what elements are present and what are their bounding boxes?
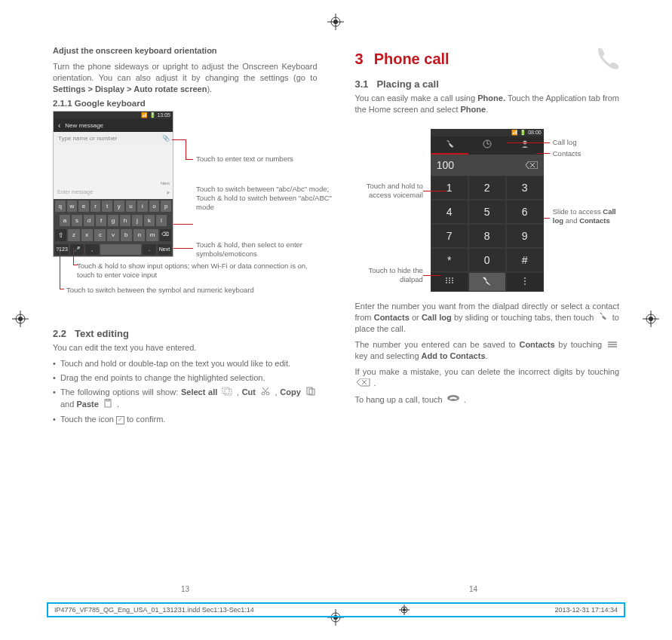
kb-key: c (94, 229, 106, 241)
p2b: by sliding or touching tabs, then touch (452, 313, 597, 322)
edit3-copy: Copy (280, 387, 301, 397)
svg-point-30 (524, 280, 526, 282)
p5a: To hang up a call, touch (355, 395, 445, 404)
send-icon: ➤ (166, 190, 170, 196)
kb-key (100, 244, 141, 255)
kb-status-bar: 📶 🔋 13:05 (54, 112, 173, 119)
chapter-num: 3 (355, 51, 364, 68)
kb-key: ⌫ (160, 229, 171, 241)
kb-next-label: Next (161, 181, 170, 185)
page-number-right: 14 (469, 585, 477, 593)
para-31-intro: You can easily make a call using Phone. … (355, 93, 620, 115)
footer-reg-icon (399, 605, 410, 615)
kb-key: k (144, 215, 155, 226)
ph-key: 9 (506, 224, 544, 248)
kb-key: m (146, 229, 158, 241)
kb-caption-text: Touch to enter text or numbers (196, 155, 339, 164)
p2or: or (410, 313, 422, 322)
svg-rect-5 (225, 389, 232, 395)
p1a: You can easily make a call using (355, 93, 478, 103)
chapter-heading: 3 Phone call (355, 45, 620, 72)
ph-key: 5 (468, 200, 506, 224)
ph-display-value: 100 (437, 159, 454, 171)
kb-caption-symbols: Touch & hold, then select to enter symbo… (196, 240, 339, 259)
registration-mark-right (643, 311, 659, 329)
heading-22-title: Text editing (75, 328, 129, 339)
p1phone2: Phone (461, 105, 486, 114)
kb-keyboard: qwertyuiop asdfghjkl ⇧zxcvbnm⌫ ?123🎤,.Ne… (54, 199, 173, 256)
ph-key: * (431, 248, 468, 272)
ph-keypad: 123456789*0# (431, 176, 544, 272)
edit-item-4: Touch the icon to confirm. (53, 414, 318, 425)
svg-point-26 (446, 282, 447, 283)
heading-31-title: Placing a call (376, 78, 438, 90)
para-save-contacts: The number you entered can be saved to C… (355, 339, 620, 362)
caption-hide: Touch to hide the dialpad (355, 266, 423, 284)
kb-key: f (96, 215, 106, 226)
confirm-icon (116, 416, 124, 424)
ph-status: 📶 🔋 08:00 (431, 129, 544, 136)
ph-key: # (506, 248, 544, 272)
kb-key: h (120, 215, 130, 226)
kb-key: b (121, 229, 132, 241)
svg-point-22 (452, 277, 453, 279)
heading-22: 2.2 Text editing (53, 328, 318, 339)
caption-contacts: Contacts (553, 149, 581, 158)
kb-key: x (81, 229, 93, 241)
svg-point-25 (452, 280, 453, 281)
footer-bar: IP4776_VF785_QG_Eng_USA_01_131231.indd S… (47, 602, 625, 617)
ph-key: 6 (506, 200, 544, 224)
slide-c: and (563, 216, 579, 225)
kb-time: 13:05 (157, 112, 170, 118)
ph-key: 2 (468, 176, 506, 200)
heading-22-num: 2.2 (53, 328, 66, 339)
kb-key: . (143, 244, 156, 255)
slide-d: Contacts (579, 216, 610, 225)
edit-intro: You can edit the text you have entered. (53, 342, 318, 354)
kb-key: Next (158, 244, 171, 255)
p5b: . (462, 395, 466, 404)
kb-topbar: ‹ New message (54, 119, 173, 132)
p2calllog: Call log (422, 313, 452, 322)
para-adjust-bold: Settings > Display > Auto rotate screen (53, 84, 207, 93)
p1c: . (486, 105, 488, 114)
para-hangup: To hang up a call, touch . (355, 394, 620, 406)
kb-key: r (91, 201, 101, 212)
kb-enter-text: Enter message (57, 189, 93, 194)
caption-calllog: Call log (553, 138, 577, 147)
svg-rect-4 (222, 387, 229, 393)
p4b: . (372, 378, 376, 387)
kb-placeholder: Type name or number (58, 135, 117, 142)
kb-key: ?123 (55, 244, 69, 255)
overflow-icon (506, 272, 544, 292)
kb-key: s (72, 215, 82, 226)
svg-point-23 (446, 280, 447, 281)
phone-chapter-icon (594, 45, 619, 72)
p3contacts: Contacts (519, 340, 554, 349)
kb-enter-message: Enter message➤ (54, 187, 173, 199)
heading-31: 3.1 Placing a call (355, 78, 620, 90)
edit3-and: and (60, 400, 76, 409)
caption-slide: Slide to access Call log and Contacts (553, 207, 621, 225)
call-button-icon (468, 272, 506, 292)
select-all-icon (222, 387, 232, 399)
kb-key: i (137, 201, 148, 212)
edit-item-3: The following options will show: Select … (53, 387, 318, 411)
kb-key: z (68, 229, 79, 241)
kb-key: u (126, 201, 137, 212)
p3a: The number you entered can be saved to (355, 340, 520, 349)
kb-key: t (102, 201, 112, 212)
para-adjust-text: Turn the phone sideways or upright to ad… (53, 62, 318, 82)
edit-item-1: Touch and hold or double-tap on the text… (53, 358, 318, 369)
svg-point-31 (524, 283, 526, 285)
p1phone: Phone. (477, 93, 505, 103)
ph-key: 4 (431, 200, 468, 224)
attach-icon: 📎 (162, 135, 170, 142)
para-adjust: Turn the phone sideways or upright to ad… (53, 61, 318, 95)
ph-key: 7 (431, 224, 468, 248)
delete-icon-inline (357, 378, 370, 390)
slide-a: Slide to access (553, 207, 603, 216)
heading-31-num: 3.1 (355, 78, 369, 90)
footer-file: IP4776_VF785_QG_Eng_USA_01_131231.indd S… (54, 606, 254, 614)
kb-recipient-input: Type name or number 📎 (54, 132, 173, 145)
